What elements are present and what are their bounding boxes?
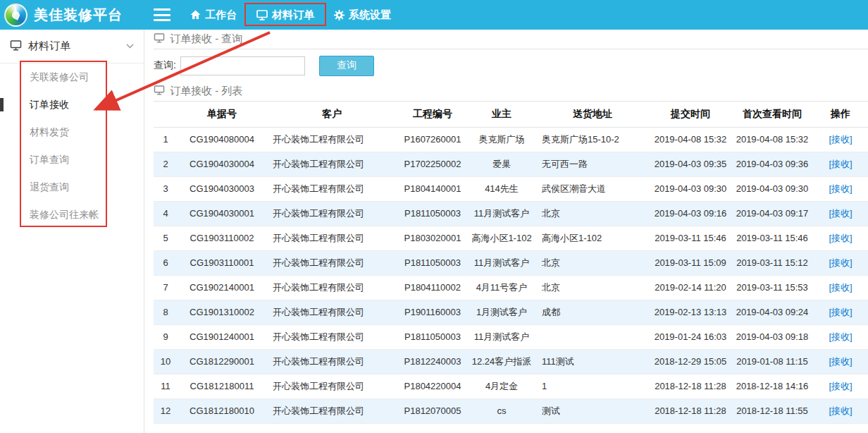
table-cell: 12.24客户指派 — [468, 349, 535, 374]
sidebar-item-return-query[interactable]: 退货查询 — [0, 173, 144, 201]
table-cell: 11月测试客户 — [468, 324, 535, 349]
receive-link[interactable]: [接收] — [829, 381, 852, 391]
table-cell: 奥克斯广场 — [468, 127, 535, 152]
gear-icon — [334, 10, 345, 20]
receive-link[interactable]: [接收] — [829, 208, 852, 219]
receive-link[interactable]: [接收] — [829, 356, 852, 367]
receive-link[interactable]: [接收] — [829, 282, 852, 293]
table-cell: 2019-02-14 11:20 — [650, 275, 731, 300]
table-cell-action: [接收] — [813, 349, 868, 374]
table-cell: P1811050003 — [397, 250, 468, 275]
table-cell: 2018-12-18 11:55 — [731, 398, 813, 423]
orders-table-head-row: 单据号客户工程编号业主送货地址提交时间首次查看时间操作 — [154, 102, 868, 127]
table-cell: 2019-04-03 09:36 — [731, 152, 813, 176]
table-row: 2CG1904030004开心装饰工程有限公司P1702250002爱巢无可西一… — [154, 152, 868, 176]
table-cell: 开心装饰工程有限公司 — [266, 250, 397, 275]
table-cell: CG1812180011 — [178, 374, 266, 398]
table-cell-action: [接收] — [813, 300, 868, 324]
table-cell: 12 — [154, 398, 178, 423]
sidebar-item-company-accounts[interactable]: 装修公司往来帐 — [0, 201, 144, 228]
table-row: 3CG1904030003开心装饰工程有限公司P1804140001414先生武… — [154, 176, 868, 201]
table-cell: CG1812180010 — [178, 398, 266, 423]
sidebar-section-material-orders[interactable]: 材料订单 — [0, 30, 144, 63]
nav-item-workbench[interactable]: 工作台 — [180, 0, 247, 30]
sidebar-menu: 关联装修公司 订单接收 材料发货 订单查询 退货查询 装修公司往来帐 — [0, 63, 144, 228]
column-header: 送货地址 — [535, 102, 650, 127]
receive-link[interactable]: [接收] — [829, 307, 852, 317]
sidebar-item-linked-companies[interactable]: 关联装修公司 — [0, 63, 144, 91]
table-cell: 高海小区1-102 — [535, 226, 650, 250]
receive-link[interactable]: [接收] — [829, 257, 852, 268]
table-cell: P1812070005 — [397, 398, 468, 423]
table-cell: 北京 — [535, 250, 650, 275]
receive-link[interactable]: [接收] — [829, 159, 852, 169]
table-cell: 2019-04-03 09:35 — [650, 152, 731, 176]
receive-link[interactable]: [接收] — [829, 233, 852, 243]
table-cell: 武侯区潮音大道 — [535, 176, 650, 201]
table-cell: P1804220004 — [397, 374, 468, 398]
table-row: 4CG1904030001开心装饰工程有限公司P181105000311月测试客… — [154, 201, 868, 226]
monitor-icon — [154, 33, 165, 45]
table-cell: 2019-03-11 15:46 — [731, 226, 813, 250]
table-cell: 4月11号客户 — [468, 275, 535, 300]
table-cell: 北京 — [535, 275, 650, 300]
table-cell: P1803020001 — [397, 226, 468, 250]
table-cell: CG1812290001 — [178, 349, 266, 374]
query-button[interactable]: 查询 — [319, 56, 374, 76]
table-row: 5CG1903110002开心装饰工程有限公司P1803020001高海小区1-… — [154, 226, 868, 250]
receive-link[interactable]: [接收] — [829, 134, 852, 145]
nav-item-label: 系统设置 — [349, 8, 391, 22]
table-cell: P1811050003 — [397, 201, 468, 226]
sidebar-item-material-delivery[interactable]: 材料发货 — [0, 118, 144, 146]
table-cell: cs — [468, 398, 535, 423]
receive-link[interactable]: [接收] — [829, 405, 852, 416]
sidebar-section-label: 材料订单 — [28, 39, 70, 53]
table-cell: 2019-04-03 09:17 — [731, 201, 813, 226]
table-row: 1CG1904080004开心装饰工程有限公司P1607260001奥克斯广场奥… — [154, 127, 868, 152]
table-cell: 测试 — [535, 398, 650, 423]
app-window: 美佳装修平台 工作台 材料订单 系统设置 — [0, 0, 868, 433]
table-cell: 2019-04-03 09:30 — [650, 176, 731, 201]
table-cell-action: [接收] — [813, 127, 868, 152]
table-cell: 7 — [154, 275, 178, 300]
table-cell: 开心装饰工程有限公司 — [266, 152, 397, 176]
table-cell: 2019-04-08 15:32 — [650, 127, 731, 152]
table-cell: P1804140001 — [397, 176, 468, 201]
receive-link[interactable]: [接收] — [829, 183, 852, 194]
table-cell: 高海小区1-102 — [468, 226, 535, 250]
table-cell: CG1904080004 — [178, 127, 266, 152]
table-cell: 开心装饰工程有限公司 — [266, 127, 397, 152]
table-cell-action: [接收] — [813, 374, 868, 398]
table-cell: 10 — [154, 349, 178, 374]
hamburger-menu-icon[interactable] — [154, 8, 170, 21]
table-cell: 1 — [154, 127, 178, 152]
table-cell: 爱巢 — [468, 152, 535, 176]
table-cell: 11月测试客户 — [468, 201, 535, 226]
table-cell: CG1901240001 — [178, 324, 266, 349]
nav-item-system-settings[interactable]: 系统设置 — [324, 0, 401, 30]
monitor-icon — [256, 10, 268, 20]
table-cell: 北京 — [535, 201, 650, 226]
receive-link[interactable]: [接收] — [829, 331, 852, 342]
monitor-icon — [154, 85, 165, 97]
table-cell-action: [接收] — [813, 201, 868, 226]
nav-item-label: 工作台 — [205, 8, 237, 22]
sidebar-item-order-receive[interactable]: 订单接收 — [0, 91, 144, 118]
table-cell: 开心装饰工程有限公司 — [266, 300, 397, 324]
table-cell: 111测试 — [535, 349, 650, 374]
table-cell-action: [接收] — [813, 324, 868, 349]
table-cell: 2019-03-11 15:09 — [650, 250, 731, 275]
table-cell: P1812240003 — [397, 349, 468, 374]
table-cell: 2018-12-18 11:28 — [650, 374, 731, 398]
table-cell: CG1904030003 — [178, 176, 266, 201]
sidebar-item-order-query[interactable]: 订单查询 — [0, 146, 144, 173]
nav-item-label: 材料订单 — [272, 8, 314, 22]
column-header: 提交时间 — [650, 102, 731, 127]
query-input[interactable] — [180, 56, 305, 75]
table-cell: CG1904030004 — [178, 152, 266, 176]
nav-item-material-orders[interactable]: 材料订单 — [247, 0, 324, 30]
column-header: 客户 — [266, 102, 397, 127]
table-cell: 开心装饰工程有限公司 — [266, 275, 397, 300]
brand-logo-icon — [4, 4, 27, 27]
table-cell: 5 — [154, 226, 178, 250]
